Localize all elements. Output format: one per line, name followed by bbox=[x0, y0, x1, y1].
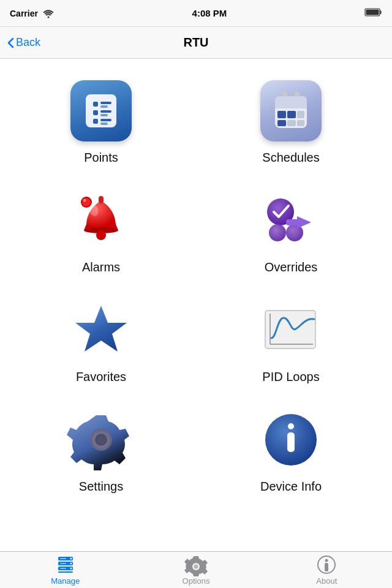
overrides-item[interactable]: Overrides bbox=[196, 181, 386, 284]
tab-options[interactable]: Options bbox=[131, 554, 260, 586]
svg-point-51 bbox=[70, 568, 72, 570]
points-item[interactable]: Points bbox=[6, 71, 196, 175]
svg-rect-19 bbox=[287, 111, 296, 118]
device-info-label: Device Info bbox=[260, 480, 322, 494]
svg-point-58 bbox=[325, 559, 328, 562]
svg-point-50 bbox=[70, 563, 72, 565]
nav-bar: Back RTU bbox=[0, 27, 392, 59]
favorites-item[interactable]: Favorites bbox=[6, 290, 196, 394]
status-battery bbox=[365, 8, 382, 18]
alarms-icon bbox=[67, 187, 135, 254]
alarms-item[interactable]: Alarms bbox=[6, 181, 196, 284]
tab-bar: Manage Options About bbox=[0, 551, 392, 588]
svg-rect-22 bbox=[287, 120, 296, 126]
svg-rect-23 bbox=[297, 120, 304, 126]
svg-rect-59 bbox=[325, 563, 328, 571]
svg-point-29 bbox=[82, 198, 91, 206]
tab-manage[interactable]: Manage bbox=[1, 554, 130, 586]
tab-about-label: About bbox=[316, 576, 337, 586]
svg-rect-2 bbox=[366, 10, 379, 15]
svg-marker-36 bbox=[75, 306, 127, 352]
battery-icon bbox=[365, 8, 382, 17]
manage-icon bbox=[55, 554, 76, 575]
svg-rect-8 bbox=[100, 110, 111, 113]
favorites-label: Favorites bbox=[76, 370, 126, 384]
svg-rect-54 bbox=[60, 568, 66, 569]
settings-icon bbox=[67, 406, 135, 473]
schedules-label: Schedules bbox=[262, 151, 319, 165]
back-button[interactable]: Back bbox=[7, 36, 40, 49]
tab-about[interactable]: About bbox=[262, 554, 391, 586]
svg-point-30 bbox=[83, 198, 86, 202]
settings-item[interactable]: Settings bbox=[6, 400, 196, 503]
points-label: Points bbox=[84, 151, 118, 165]
svg-rect-10 bbox=[93, 119, 98, 124]
svg-rect-21 bbox=[277, 120, 286, 126]
svg-rect-18 bbox=[277, 111, 286, 118]
device-info-item[interactable]: Device Info bbox=[196, 400, 386, 503]
svg-rect-6 bbox=[100, 105, 108, 108]
svg-point-25 bbox=[96, 230, 106, 240]
options-icon bbox=[186, 554, 206, 575]
pid-loops-label: PID Loops bbox=[262, 370, 319, 384]
status-carrier: Carrier bbox=[10, 9, 54, 18]
svg-rect-48 bbox=[58, 571, 73, 573]
status-bar: Carrier 4:08 PM bbox=[0, 0, 392, 27]
schedules-item[interactable]: Schedules bbox=[196, 71, 386, 175]
wifi-icon bbox=[43, 9, 54, 18]
svg-rect-17 bbox=[275, 104, 307, 108]
svg-rect-26 bbox=[99, 196, 104, 203]
svg-point-56 bbox=[194, 565, 198, 569]
svg-point-49 bbox=[70, 558, 72, 560]
points-icon bbox=[67, 77, 135, 145]
svg-rect-20 bbox=[297, 111, 304, 118]
svg-point-32 bbox=[269, 224, 286, 241]
svg-point-0 bbox=[47, 16, 49, 18]
about-icon bbox=[316, 554, 337, 575]
back-chevron-icon bbox=[7, 37, 13, 48]
svg-rect-4 bbox=[93, 102, 98, 107]
alarms-label: Alarms bbox=[82, 260, 120, 274]
svg-point-41 bbox=[95, 434, 107, 446]
svg-rect-5 bbox=[100, 102, 111, 104]
svg-rect-52 bbox=[60, 558, 66, 559]
svg-rect-11 bbox=[100, 119, 111, 121]
svg-rect-9 bbox=[100, 114, 108, 116]
overrides-icon bbox=[257, 187, 325, 254]
svg-point-43 bbox=[288, 423, 294, 429]
svg-rect-44 bbox=[287, 432, 295, 452]
svg-rect-12 bbox=[100, 123, 108, 125]
tab-manage-label: Manage bbox=[51, 576, 80, 586]
svg-rect-53 bbox=[60, 563, 66, 564]
page-title: RTU bbox=[183, 36, 208, 50]
overrides-label: Overrides bbox=[265, 260, 318, 274]
pid-loops-item[interactable]: PID Loops bbox=[196, 290, 386, 394]
tab-options-label: Options bbox=[183, 576, 210, 586]
main-grid: Points bbox=[0, 59, 392, 551]
schedules-icon bbox=[257, 77, 325, 145]
pid-loops-icon bbox=[257, 296, 325, 364]
device-info-icon bbox=[257, 406, 325, 473]
settings-label: Settings bbox=[79, 480, 123, 494]
svg-rect-37 bbox=[265, 311, 315, 349]
svg-rect-7 bbox=[93, 110, 98, 115]
favorites-icon bbox=[67, 296, 135, 364]
svg-rect-35 bbox=[286, 219, 304, 225]
status-time: 4:08 PM bbox=[192, 8, 227, 18]
